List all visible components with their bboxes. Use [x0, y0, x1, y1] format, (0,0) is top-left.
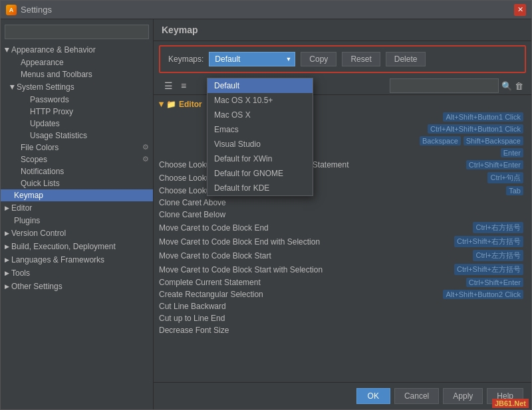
keymaps-label: Keymaps:	[168, 54, 203, 64]
tree-item-complete-current[interactable]: Complete Current Statement Ctrl+Shift+En…	[154, 276, 531, 288]
sidebar-section-label: Appearance & Behavior	[11, 45, 96, 54]
tree-item-clone-below[interactable]: Clone Caret Below	[154, 209, 531, 221]
delete-button[interactable]: Delete	[386, 52, 426, 66]
settings-window: A Settings ✕ ▶ Appearance & Behavior App…	[0, 0, 532, 410]
dropdown-option-visual-studio[interactable]: Visual Studio	[207, 137, 313, 152]
sidebar-item-scopes[interactable]: Scopes ⚙	[7, 154, 153, 165]
tree-item-clone-above[interactable]: Clone Caret Above	[154, 197, 531, 209]
label-complete-current: Complete Current Statement	[159, 278, 261, 287]
expand-icon-vc: ▶	[5, 230, 9, 237]
label-create-rect-sel: Create Rectangular Selection	[159, 290, 263, 299]
shortcut-3b: Shift+Backspace	[464, 136, 523, 146]
sidebar-item-plugins[interactable]: Plugins	[1, 215, 153, 227]
tree-item-cut-line-end[interactable]: Cut up to Line End	[154, 312, 531, 324]
dropdown-option-default[interactable]: Default	[207, 78, 313, 93]
shortcut-move-block-end: Ctrl+右方括号	[473, 222, 523, 233]
shortcut-choose-invoke: Ctrl+Shift+Enter	[466, 160, 523, 169]
clear-search-button[interactable]: 🗑	[515, 81, 523, 91]
sidebar-item-other-settings[interactable]: ▶ Other Settings	[1, 280, 153, 293]
shortcut-1a: Alt+Shift+Button1 Click	[443, 112, 523, 122]
expand-icon-other: ▶	[5, 283, 9, 290]
label-decrease-font: Decrease Font Size	[159, 326, 229, 335]
sidebar-item-usage-statistics[interactable]: Usage Statistics	[17, 130, 153, 142]
keymap-controls-section: Keymaps: Default ▼ Copy Reset Delete	[159, 45, 526, 73]
sidebar: ▶ Appearance & Behavior Appearance Menus…	[1, 19, 154, 409]
sidebar-item-quick-lists[interactable]: Quick Lists	[7, 177, 153, 189]
sidebar-item-passwords[interactable]: Passwords	[17, 94, 153, 106]
tree-item-decrease-font[interactable]: Decrease Font Size	[154, 324, 531, 336]
search-area: 🔍 🗑	[390, 78, 523, 93]
sidebar-item-editor[interactable]: ▶ Editor	[1, 201, 153, 215]
tree-item-shortcuts-1: Alt+Shift+Button1 Click	[443, 112, 523, 122]
dropdown-option-default-gnome[interactable]: Default for GNOME	[207, 166, 313, 181]
title-bar-left: A Settings	[6, 5, 52, 15]
tree-item-move-block-end-sel[interactable]: Move Caret to Code Block End with Select…	[154, 235, 531, 249]
expand-icon-system: ▶	[9, 85, 16, 90]
shortcut-move-block-start-sel: Ctrl+Shift+左方括号	[454, 264, 523, 275]
tree-item-cut-line-back[interactable]: Cut Line Backward	[154, 300, 531, 312]
expand-icon-tools: ▶	[5, 270, 9, 276]
sidebar-item-version-control[interactable]: ▶ Version Control	[1, 227, 153, 240]
dropdown-option-macosx[interactable]: Mac OS X	[207, 108, 313, 122]
shortcut-2a: Ctrl+Alt+Shift+Button1 Click	[428, 124, 523, 134]
add-binding-button[interactable]: ☰	[162, 79, 176, 92]
sidebar-item-system-settings[interactable]: ▶ System Settings	[7, 80, 153, 94]
ok-button[interactable]: OK	[356, 388, 390, 404]
dropdown-option-default-xwin[interactable]: Default for XWin	[207, 152, 313, 166]
sidebar-item-file-colors[interactable]: File Colors ⚙	[7, 142, 153, 154]
sidebar-item-appearance-behavior[interactable]: ▶ Appearance & Behavior	[1, 43, 153, 56]
folder-icon: 📁	[166, 100, 176, 109]
cancel-button[interactable]: Cancel	[394, 388, 439, 404]
tree-item-shortcuts-4: Enter	[501, 148, 523, 157]
expand-icon: ▶	[4, 48, 11, 52]
tree-item-move-block-start[interactable]: Move Caret to Code Block Start Ctrl+左方括号	[154, 249, 531, 262]
dropdown-option-default-kde[interactable]: Default for KDE	[207, 181, 313, 195]
scopes-icon: ⚙	[142, 155, 149, 164]
tree-item-shortcuts-3: Backspace Shift+Backspace	[420, 136, 523, 146]
close-button[interactable]: ✕	[514, 4, 526, 16]
tree-item-move-block-start-sel[interactable]: Move Caret to Code Block Start with Sele…	[154, 262, 531, 276]
dropdown-option-macosx105[interactable]: Mac OS X 10.5+	[207, 93, 313, 108]
expand-icon-build: ▶	[5, 243, 9, 250]
sidebar-item-http-proxy[interactable]: HTTP Proxy	[17, 106, 153, 118]
search-button[interactable]: 🔍	[501, 81, 512, 91]
label-clone-above: Clone Caret Above	[159, 198, 226, 207]
shortcut-3a: Backspace	[420, 136, 461, 146]
tree-item-move-block-end[interactable]: Move Caret to Code Block End Ctrl+右方括号	[154, 221, 531, 235]
tree-section-label: Editor	[179, 100, 202, 109]
keymap-search-input[interactable]	[390, 78, 499, 93]
sidebar-item-updates[interactable]: Updates	[17, 118, 153, 130]
sidebar-item-tools[interactable]: ▶ Tools	[1, 266, 153, 280]
label-move-block-end-sel: Move Caret to Code Block End with Select…	[159, 237, 320, 247]
sidebar-item-menus-toolbars[interactable]: Menus and Toolbars	[7, 68, 153, 80]
sidebar-search-input[interactable]	[5, 25, 149, 39]
tree-item-create-rect-sel[interactable]: Create Rectangular Selection Alt+Shift+B…	[154, 288, 531, 300]
sidebar-item-build[interactable]: ▶ Build, Execution, Deployment	[1, 240, 153, 253]
apply-button[interactable]: Apply	[443, 388, 483, 404]
label-cut-line-back: Cut Line Backward	[159, 302, 226, 311]
copy-button[interactable]: Copy	[301, 52, 336, 66]
sidebar-item-languages[interactable]: ▶ Languages & Frameworks	[1, 253, 153, 266]
keymap-header: Keymap	[154, 19, 531, 41]
tree-expand-icon: ▶	[158, 102, 165, 107]
app-icon: A	[6, 5, 17, 15]
keymap-dropdown-display[interactable]: Default	[209, 52, 295, 66]
shortcut-choose-insert-dot: Ctrl+句点	[487, 172, 523, 183]
shortcut-4a: Enter	[501, 148, 523, 157]
sidebar-system-group: Passwords HTTP Proxy Updates Usage Stati…	[7, 94, 153, 142]
shortcut-create-rect-sel: Alt+Shift+Button2 Click	[443, 290, 523, 299]
bottom-bar: OK Cancel Apply Help	[154, 382, 531, 409]
sidebar-item-appearance[interactable]: Appearance	[7, 56, 153, 68]
sidebar-item-notifications[interactable]: Notifications	[7, 165, 153, 177]
tree-item-shortcuts-2: Ctrl+Alt+Shift+Button1 Click	[428, 124, 523, 134]
dropdown-option-emacs[interactable]: Emacs	[207, 122, 313, 137]
remove-binding-button[interactable]: ≡	[178, 79, 189, 92]
keymap-select-wrapper: Default ▼	[209, 52, 295, 66]
label-move-block-start-sel: Move Caret to Code Block Start with Sele…	[159, 265, 323, 274]
main-panel: Keymap Keymaps: Default ▼ Copy Reset Del…	[154, 19, 531, 409]
window-title: Settings	[21, 5, 52, 15]
reset-button[interactable]: Reset	[342, 52, 380, 66]
sidebar-item-keymap[interactable]: Keymap	[1, 189, 153, 201]
label-move-block-start: Move Caret to Code Block Start	[159, 251, 271, 260]
shortcut-move-block-start: Ctrl+左方括号	[473, 250, 523, 261]
